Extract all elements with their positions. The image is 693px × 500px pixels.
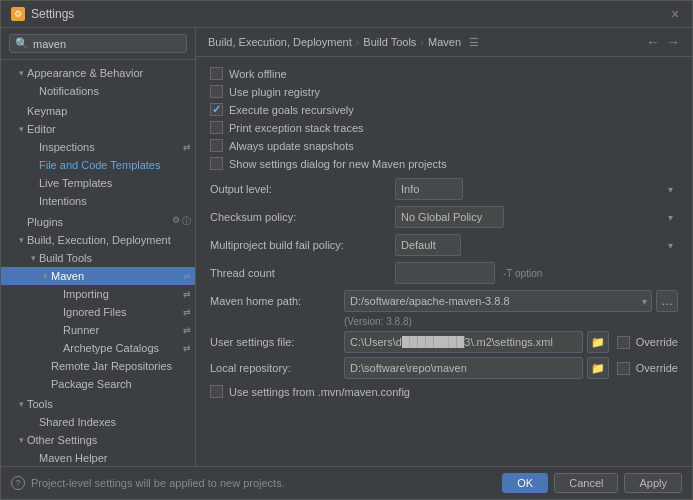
sidebar-item-editor[interactable]: ▾ Editor xyxy=(1,120,195,138)
checkbox-use-plugin-registry-input[interactable] xyxy=(210,85,223,98)
sidebar-item-ignored-files[interactable]: Ignored Files ⇄ xyxy=(1,303,195,321)
sidebar-item-remote-jar[interactable]: Remote Jar Repositories xyxy=(1,357,195,375)
sidebar-item-build-exec[interactable]: ▾ Build, Execution, Deployment xyxy=(1,231,195,249)
sidebar-item-appearance[interactable]: ▾ Appearance & Behavior xyxy=(1,64,195,82)
search-icon: 🔍 xyxy=(15,37,29,50)
maven-home-select-wrap: D:/software/apache-maven-3.8.8 xyxy=(344,290,652,312)
checkbox-use-plugin-registry-label: Use plugin registry xyxy=(229,86,320,98)
sidebar-item-label: Intentions xyxy=(39,195,87,207)
expand-icon: ▾ xyxy=(15,124,27,134)
sidebar-item-maven[interactable]: ▾ Maven ⇄ xyxy=(1,267,195,285)
window-controls: × xyxy=(668,7,682,21)
gear-icon: ⚙ xyxy=(172,215,180,228)
checkbox-use-mvn-label: Use settings from .mvn/maven.config xyxy=(229,386,410,398)
checkbox-execute-goals-input[interactable]: ✓ xyxy=(210,103,223,116)
thread-count-input[interactable] xyxy=(395,262,495,284)
sidebar-item-keymap[interactable]: Keymap xyxy=(1,100,195,120)
sync-icon: ⇄ xyxy=(183,343,191,353)
checkbox-use-mvn-input[interactable] xyxy=(210,385,223,398)
sidebar-item-plugins[interactable]: Plugins ⚙ ⓘ xyxy=(1,210,195,231)
expand-icon: ▾ xyxy=(15,68,27,78)
ok-button[interactable]: OK xyxy=(502,473,548,493)
user-settings-row: User settings file: 📁 Override xyxy=(210,331,678,353)
cancel-button[interactable]: Cancel xyxy=(554,473,618,493)
sidebar-item-tools[interactable]: ▾ Tools xyxy=(1,393,195,413)
user-settings-folder-button[interactable]: 📁 xyxy=(587,331,609,353)
thread-count-label: Thread count xyxy=(210,267,395,279)
local-repo-row: Local repository: 📁 Override xyxy=(210,357,678,379)
maven-version-text: (Version: 3.8.8) xyxy=(344,316,678,327)
checkbox-execute-goals-label: Execute goals recursively xyxy=(229,104,354,116)
form-section: Output level: Info Debug Error Warning xyxy=(210,178,678,284)
checkbox-always-update[interactable]: Always update snapshots xyxy=(210,139,678,152)
sidebar-item-label: Live Templates xyxy=(39,177,112,189)
sidebar-item-label: Maven xyxy=(51,270,84,282)
sidebar-item-archetype-catalogs[interactable]: Archetype Catalogs ⇄ xyxy=(1,339,195,357)
main-content: 🔍 ▾ Appearance & Behavior Notifications xyxy=(1,28,692,466)
sidebar-item-inspections[interactable]: Inspections ⇄ xyxy=(1,138,195,156)
checkbox-execute-goals[interactable]: ✓ Execute goals recursively xyxy=(210,103,678,116)
sidebar-item-file-code-templates[interactable]: File and Code Templates xyxy=(1,156,195,174)
output-level-select-wrap: Info Debug Error Warning xyxy=(395,178,678,200)
thread-count-suffix: -T option xyxy=(503,268,542,279)
local-repo-folder-button[interactable]: 📁 xyxy=(587,357,609,379)
checkbox-work-offline[interactable]: Work offline xyxy=(210,67,678,80)
sidebar-item-other-settings[interactable]: ▾ Other Settings xyxy=(1,431,195,449)
maven-home-browse-button[interactable]: … xyxy=(656,290,678,312)
settings-window: ⚙ Settings × 🔍 ▾ Appearance & Behav xyxy=(0,0,693,500)
search-input[interactable] xyxy=(33,38,181,50)
checkbox-show-settings-dialog[interactable]: Show settings dialog for new Maven proje… xyxy=(210,157,678,170)
apply-button[interactable]: Apply xyxy=(624,473,682,493)
main-panel: Build, Execution, Deployment › Build Too… xyxy=(196,28,692,466)
user-settings-input[interactable] xyxy=(344,331,583,353)
checkbox-use-mvn-settings[interactable]: Use settings from .mvn/maven.config xyxy=(210,385,678,398)
checkbox-always-update-input[interactable] xyxy=(210,139,223,152)
maven-home-label: Maven home path: xyxy=(210,295,340,307)
sidebar-item-runner[interactable]: Runner ⇄ xyxy=(1,321,195,339)
sidebar-item-label: Maven Helper xyxy=(39,452,107,464)
checkbox-use-plugin-registry[interactable]: Use plugin registry xyxy=(210,85,678,98)
sidebar-item-maven-helper[interactable]: Maven Helper xyxy=(1,449,195,466)
search-wrap: 🔍 xyxy=(9,34,187,53)
nav-forward-button[interactable]: → xyxy=(666,34,680,50)
checksum-policy-control: No Global Policy Fail Warn Ignore xyxy=(395,206,678,228)
sidebar-item-package-search[interactable]: Package Search xyxy=(1,375,195,393)
expand-icon: ▾ xyxy=(15,235,27,245)
search-box: 🔍 xyxy=(1,28,195,60)
sidebar-item-label: Notifications xyxy=(39,85,99,97)
user-settings-override-checkbox[interactable] xyxy=(617,336,630,349)
maven-home-select[interactable]: D:/software/apache-maven-3.8.8 xyxy=(344,290,652,312)
expand-icon: ▾ xyxy=(15,399,27,409)
sync-icon: ⇄ xyxy=(183,325,191,335)
multiproject-select[interactable]: Default At end Never Fail fast xyxy=(395,234,461,256)
form-row-multiproject: Multiproject build fail policy: Default … xyxy=(210,234,678,256)
thread-count-control: -T option xyxy=(395,262,678,284)
checkbox-always-update-label: Always update snapshots xyxy=(229,140,354,152)
sidebar-item-intentions[interactable]: Intentions xyxy=(1,192,195,210)
checkbox-show-settings-input[interactable] xyxy=(210,157,223,170)
sidebar-item-build-tools[interactable]: ▾ Build Tools xyxy=(1,249,195,267)
sidebar-item-importing[interactable]: Importing ⇄ xyxy=(1,285,195,303)
output-level-select[interactable]: Info Debug Error Warning xyxy=(395,178,463,200)
sidebar: 🔍 ▾ Appearance & Behavior Notifications xyxy=(1,28,196,466)
checkbox-print-exception-label: Print exception stack traces xyxy=(229,122,364,134)
sidebar-item-label: Tools xyxy=(27,398,53,410)
sidebar-item-label: Ignored Files xyxy=(63,306,127,318)
form-row-output-level: Output level: Info Debug Error Warning xyxy=(210,178,678,200)
close-button[interactable]: × xyxy=(668,7,682,21)
sidebar-item-live-templates[interactable]: Live Templates xyxy=(1,174,195,192)
checkbox-work-offline-input[interactable] xyxy=(210,67,223,80)
expand-icon: ▾ xyxy=(15,435,27,445)
help-icon[interactable]: ? xyxy=(11,476,25,490)
sidebar-item-label: Plugins xyxy=(27,216,63,228)
sidebar-item-notifications[interactable]: Notifications xyxy=(1,82,195,100)
nav-back-button[interactable]: ← xyxy=(646,34,660,50)
local-repo-override-checkbox[interactable] xyxy=(617,362,630,375)
checkbox-print-exception-input[interactable] xyxy=(210,121,223,134)
multiproject-control: Default At end Never Fail fast xyxy=(395,234,678,256)
checkbox-print-exception[interactable]: Print exception stack traces xyxy=(210,121,678,134)
sidebar-item-shared-indexes[interactable]: Shared Indexes xyxy=(1,413,195,431)
local-repo-input[interactable] xyxy=(344,357,583,379)
output-level-label: Output level: xyxy=(210,183,395,195)
checksum-policy-select[interactable]: No Global Policy Fail Warn Ignore xyxy=(395,206,504,228)
